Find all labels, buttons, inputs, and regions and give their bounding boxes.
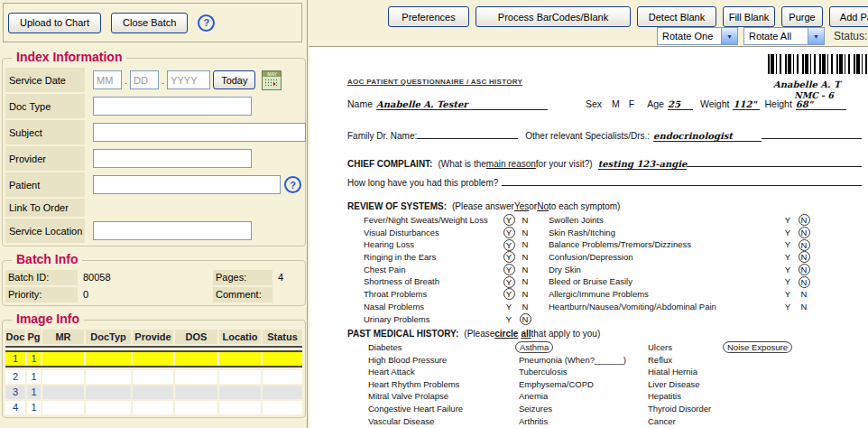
service-date-dd-input[interactable] xyxy=(130,70,159,89)
table-cell xyxy=(86,401,131,414)
patient-help-icon[interactable]: ? xyxy=(284,176,301,193)
detect-blank-button[interactable]: Detect Blank xyxy=(637,6,716,27)
today-button[interactable]: Today xyxy=(213,70,255,89)
yes-mark-circled: Y xyxy=(503,227,515,238)
toolbar-button-row: Preferences Process BarCodes/Blank Detec… xyxy=(388,6,868,27)
help-icon[interactable]: ? xyxy=(198,14,215,32)
symptom-row: Dry SkinYN xyxy=(549,264,812,276)
table-cell: 2 xyxy=(5,370,25,384)
family-dr-label: Family Dr. Name: xyxy=(347,131,417,141)
history-item-label: High Blood Pressure xyxy=(368,355,447,365)
purge-button[interactable]: Purge xyxy=(781,6,823,27)
column-header: MR xyxy=(42,330,84,344)
close-batch-button[interactable]: Close Batch xyxy=(111,13,188,33)
height-label: Height xyxy=(764,98,791,109)
left-panel: Upload to Chart Close Batch ? Index Info… xyxy=(0,0,308,428)
table-cell xyxy=(263,386,302,399)
table-cell xyxy=(133,370,173,384)
preferences-button[interactable]: Preferences xyxy=(388,6,469,27)
priority-label: Priority: xyxy=(5,287,78,302)
service-date-label: Service Date xyxy=(5,68,85,92)
no-mark: N xyxy=(517,264,533,276)
document-preview: Anabelle A. T NMC - 6 AOC PATIENT QUESTI… xyxy=(309,47,868,428)
yes-mark: Y xyxy=(780,288,796,301)
cc-prompt-underlined: main reason xyxy=(486,159,536,169)
yes-mark-circled: Y xyxy=(503,288,515,300)
index-information-section: Index Information Service Date . . Today… xyxy=(2,58,306,247)
link-to-order-label: Link To Order xyxy=(5,199,85,217)
patient-input[interactable] xyxy=(93,175,281,194)
symptom-row: Throat ProblemsYN xyxy=(364,288,533,301)
symptom-label: Throat Problems xyxy=(364,288,501,301)
fill-blank-button[interactable]: Fill Blank xyxy=(723,6,775,27)
pmh-all-word: all xyxy=(521,329,531,339)
no-mark: N xyxy=(517,238,533,251)
table-row[interactable]: 31 xyxy=(5,386,302,399)
pages-label: Pages: xyxy=(213,270,272,285)
service-location-input[interactable] xyxy=(93,221,252,240)
symptom-label: Skin Rash/Itching xyxy=(549,227,780,239)
chevron-down-icon: ▼ xyxy=(808,28,824,44)
symptom-label: Heartburn/Nausea/Vomiting/Abdominal Pain xyxy=(549,301,780,313)
symptom-label: Allergic/Immune Problems xyxy=(549,288,780,301)
rotate-one-select[interactable]: Rotate One ▼ xyxy=(657,27,738,45)
table-cell xyxy=(42,401,84,414)
sex-label: Sex xyxy=(586,98,602,109)
yes-mark: Y xyxy=(780,227,796,239)
history-item: Reflux xyxy=(648,354,711,367)
table-cell xyxy=(175,370,217,384)
add-page-button[interactable]: Add Page xyxy=(829,6,868,27)
batch-id-label: Batch ID: xyxy=(5,270,78,285)
upload-to-chart-button[interactable]: Upload to Chart xyxy=(8,13,101,33)
pmh-column-3: UlcersRefluxHiatal HerniaLiver DiseaseHe… xyxy=(648,341,711,427)
service-date-yyyy-input[interactable] xyxy=(167,70,210,89)
sex-option-f: F xyxy=(629,98,634,109)
chief-complaint-value: testing 123-angie xyxy=(598,159,688,170)
history-item-label: Diabetes xyxy=(368,342,402,352)
table-cell xyxy=(42,352,84,366)
table-cell: 1 xyxy=(27,401,41,414)
table-cell xyxy=(219,370,261,384)
provider-input[interactable] xyxy=(93,149,252,168)
history-item-label: Emphysema/COPD xyxy=(519,379,594,389)
line-blank xyxy=(762,129,862,139)
table-cell xyxy=(86,352,131,366)
no-mark: N xyxy=(796,301,812,313)
barcode-image xyxy=(768,54,868,74)
cc-prompt: (What is the xyxy=(438,159,485,169)
pmh-column-2: AsthmaPneumonia (When?______)Tuberculosi… xyxy=(519,341,626,427)
column-header: DOS xyxy=(175,330,217,344)
no-mark-circled: N xyxy=(799,214,810,226)
index-information-title: Index Information xyxy=(12,50,126,64)
history-item-label: Thyroid Disorder xyxy=(648,404,711,414)
history-item: Congestive Heart Failure xyxy=(368,403,463,415)
history-item-label: Hepatitis xyxy=(648,391,681,401)
symptom-label: Urinary Problems xyxy=(364,313,501,326)
yes-mark: Y xyxy=(780,214,796,227)
rotate-all-select[interactable]: Rotate All ▼ xyxy=(743,27,825,45)
calendar-icon[interactable]: MAY xyxy=(262,70,282,90)
table-row[interactable]: 11 xyxy=(5,350,302,368)
subject-input[interactable] xyxy=(93,123,306,142)
history-item: Hepatitis xyxy=(648,390,711,403)
process-barcodes-button[interactable]: Process BarCodes/Blank xyxy=(476,6,631,27)
table-row[interactable]: 21 xyxy=(5,370,302,384)
service-date-mm-input[interactable] xyxy=(93,70,122,89)
image-info-title: Image Info xyxy=(12,312,84,326)
history-item: High Blood Pressure xyxy=(368,354,463,367)
history-item: Asthma xyxy=(519,341,626,354)
doc-type-input[interactable] xyxy=(93,97,252,116)
table-row[interactable]: 41 xyxy=(5,401,302,414)
batch-info-section: Batch Info Batch ID: 80058 Pages: 4 Prio… xyxy=(2,260,306,306)
history-item: Ulcers xyxy=(648,341,711,354)
symptom-row: Heartburn/Nausea/Vomiting/Abdominal Pain… xyxy=(549,301,812,313)
provider-label: Provider xyxy=(5,146,85,171)
yes-mark-circled: Y xyxy=(503,239,515,251)
ros-right-column: Swollen JointsYNSkin Rash/ItchingYNBalan… xyxy=(549,214,812,313)
symptom-label: Fever/Night Sweats/Weight Loss xyxy=(364,214,501,227)
symptom-label: Swollen Joints xyxy=(549,214,780,227)
table-cell xyxy=(42,386,84,399)
family-dr-blank xyxy=(417,129,518,139)
symptom-row: Shortness of BreathYN xyxy=(364,275,533,288)
symptom-row: Allergic/Immune ProblemsYN xyxy=(549,288,812,301)
